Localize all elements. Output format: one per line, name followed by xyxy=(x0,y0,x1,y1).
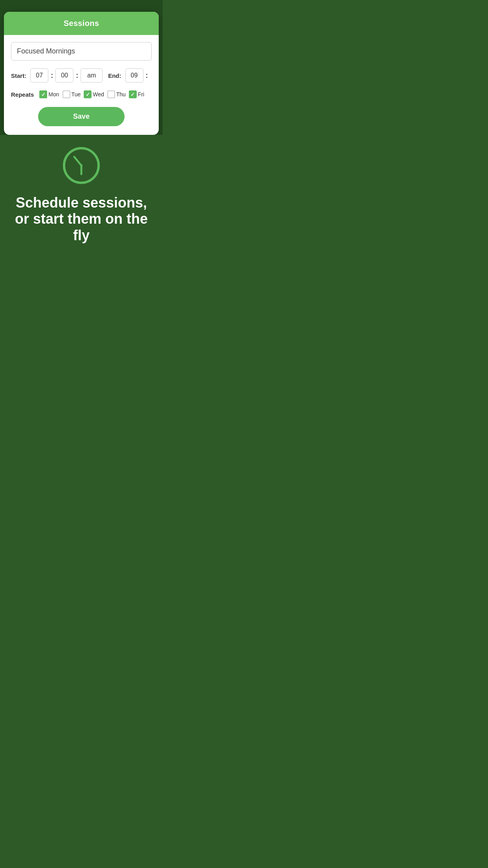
time-row: Start: : : End: : xyxy=(11,68,152,83)
day-label-mon: Mon xyxy=(48,91,59,97)
start-hour-input[interactable] xyxy=(30,68,48,83)
time-separator-1: : xyxy=(51,72,53,80)
day-checkbox-wed[interactable] xyxy=(84,90,92,98)
day-checkbox-tue[interactable] xyxy=(62,90,70,98)
svg-line-1 xyxy=(74,157,81,166)
end-hour-input[interactable] xyxy=(125,68,143,83)
clock-svg xyxy=(62,146,101,185)
day-label-fri: Fri xyxy=(138,91,144,97)
time-separator-2: : xyxy=(76,72,78,80)
day-checkbox-mon[interactable] xyxy=(39,90,47,98)
day-item-thu[interactable]: Thu xyxy=(107,90,126,98)
repeats-label: Repeats xyxy=(11,91,34,98)
card-body: Start: : : End: : Repeats xyxy=(4,35,159,135)
session-card: Sessions Start: : : End: : xyxy=(4,12,159,135)
save-button[interactable]: Save xyxy=(38,107,125,126)
day-label-thu: Thu xyxy=(116,91,126,97)
day-item-tue[interactable]: Tue xyxy=(62,90,81,98)
clock-icon xyxy=(62,146,101,187)
start-label: Start: xyxy=(11,72,26,79)
bottom-area: Schedule sessions, or start them on the … xyxy=(0,135,163,289)
day-label-wed: Wed xyxy=(93,91,104,97)
day-item-mon[interactable]: Mon xyxy=(39,90,59,98)
sessions-title: Sessions xyxy=(64,19,99,28)
session-name-input[interactable] xyxy=(11,42,152,61)
end-label: End: xyxy=(108,72,121,79)
time-separator-3: : xyxy=(146,72,148,80)
day-item-wed[interactable]: Wed xyxy=(84,90,104,98)
repeats-row: Repeats Mon Tue Wed xyxy=(11,90,152,98)
card-header: Sessions xyxy=(4,12,159,35)
start-ampm-input[interactable] xyxy=(81,68,103,83)
top-background: Sessions Start: : : End: : xyxy=(0,0,163,135)
page-wrapper: Sessions Start: : : End: : xyxy=(0,0,163,289)
tagline-text: Schedule sessions, or start them on the … xyxy=(0,195,163,243)
day-label-tue: Tue xyxy=(72,91,81,97)
day-checkbox-fri[interactable] xyxy=(129,90,137,98)
day-checkbox-thu[interactable] xyxy=(107,90,115,98)
day-item-fri[interactable]: Fri xyxy=(129,90,144,98)
start-minute-input[interactable] xyxy=(55,68,73,83)
svg-point-3 xyxy=(80,164,83,167)
